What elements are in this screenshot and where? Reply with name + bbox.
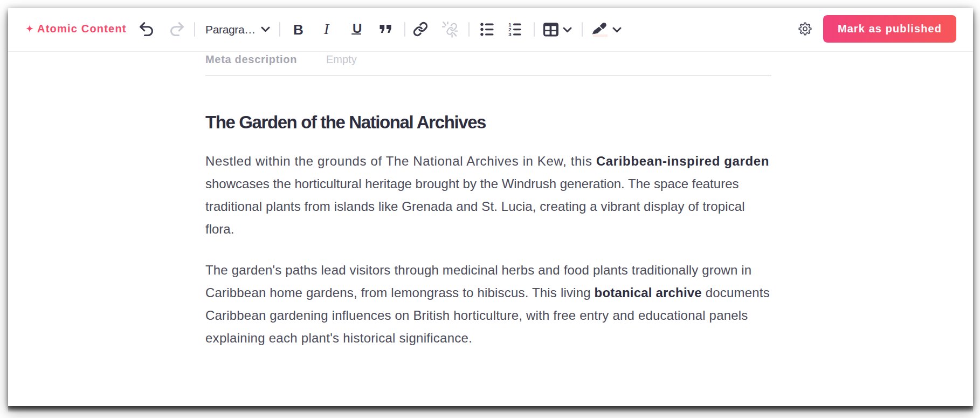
svg-text:3: 3: [508, 31, 511, 37]
